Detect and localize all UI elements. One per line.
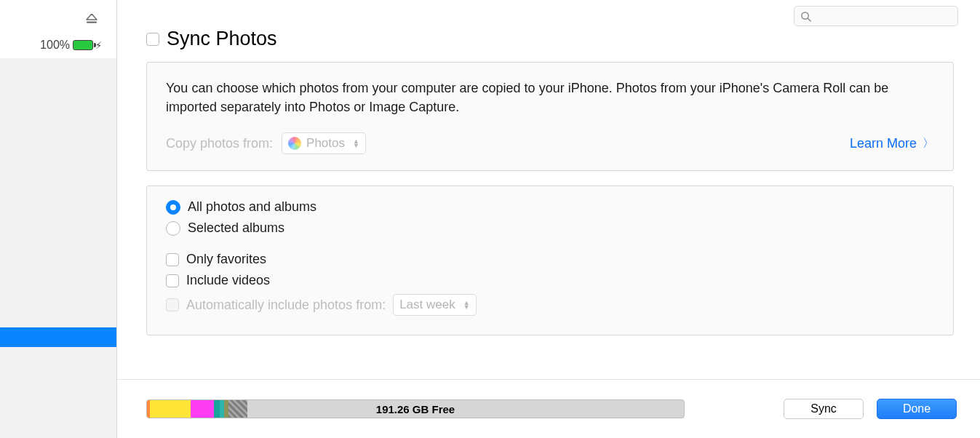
radio-selected-albums[interactable] (166, 221, 180, 236)
done-button[interactable]: Done (877, 399, 957, 419)
storage-bar: 191.26 GB Free (146, 399, 685, 418)
photos-app-icon (288, 137, 301, 150)
search-input[interactable] (794, 6, 958, 26)
info-panel: You can choose which photos from your co… (146, 62, 954, 171)
learn-more-link[interactable]: Learn More 〉 (850, 136, 934, 151)
battery-icon (73, 40, 93, 50)
battery-status: 100% ⚡︎ (40, 39, 102, 52)
sidebar-list-area (0, 58, 116, 438)
radio-selected-albums-label: Selected albums (188, 220, 284, 236)
storage-seg (228, 400, 247, 418)
checkbox-include-videos-label: Include videos (186, 273, 270, 288)
auto-include-dropdown[interactable]: Last week ▲▼ (393, 294, 476, 316)
page-title: Sync Photos (167, 28, 277, 50)
checkbox-auto-include-label: Automatically include photos from: (186, 298, 386, 313)
chevron-right-icon: 〉 (923, 136, 934, 151)
svg-line-2 (808, 18, 810, 21)
learn-more-label: Learn More (850, 136, 917, 151)
checkbox-auto-include[interactable] (166, 298, 179, 311)
auto-include-value: Last week (399, 298, 455, 312)
radio-all-photos-label: All photos and albums (188, 199, 316, 215)
copy-source-dropdown[interactable]: Photos ▲▼ (282, 132, 366, 154)
sync-button[interactable]: Sync (784, 399, 864, 419)
copy-source-value: Photos (306, 136, 345, 151)
copy-from-label: Copy photos from: (166, 136, 273, 151)
charging-icon: ⚡︎ (95, 40, 102, 51)
sync-photos-checkbox[interactable] (146, 33, 159, 46)
checkbox-only-favorites[interactable] (166, 253, 179, 266)
radio-all-photos[interactable] (166, 200, 180, 215)
footer-bar: 191.26 GB Free Sync Done (117, 380, 980, 438)
storage-seg (214, 400, 220, 418)
eject-icon[interactable] (86, 13, 97, 25)
battery-percent-label: 100% (40, 39, 70, 52)
search-text[interactable] (816, 10, 952, 22)
chevron-up-down-icon: ▲▼ (353, 139, 359, 148)
device-sidebar: 100% ⚡︎ (0, 0, 117, 438)
storage-seg (150, 400, 191, 418)
sidebar-item-selected[interactable] (0, 327, 116, 347)
storage-seg (191, 400, 214, 418)
search-icon (800, 11, 811, 22)
sync-button-label: Sync (810, 402, 837, 415)
checkbox-only-favorites-label: Only favorites (186, 252, 266, 267)
done-button-label: Done (903, 402, 931, 415)
svg-rect-0 (87, 22, 97, 23)
options-panel: All photos and albums Selected albums On… (146, 186, 954, 335)
info-text: You can choose which photos from your co… (166, 79, 934, 116)
checkbox-include-videos[interactable] (166, 274, 179, 287)
chevron-up-down-icon: ▲▼ (463, 300, 470, 309)
